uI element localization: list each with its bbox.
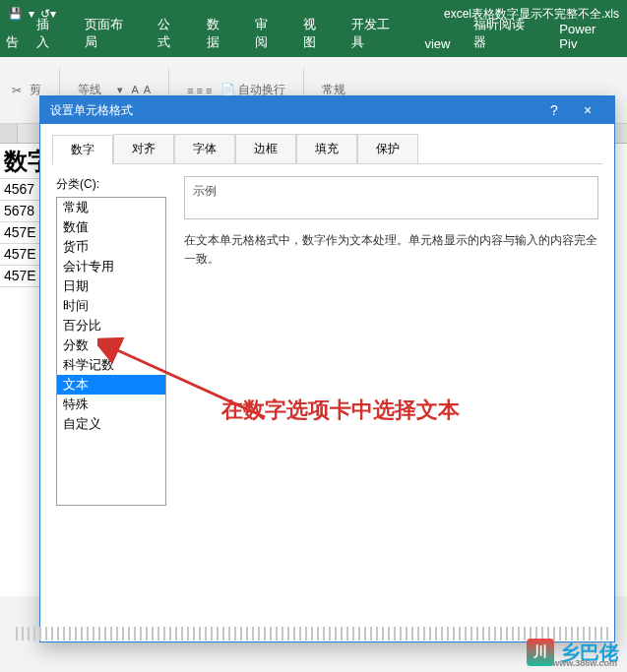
data-cell[interactable]: 457E (0, 244, 43, 266)
ribbon-tab-powerpivot[interactable]: Power Piv (547, 16, 627, 57)
data-cell[interactable]: 457E (0, 266, 43, 287)
category-percentage[interactable]: 百分比 (57, 316, 165, 336)
tab-border[interactable]: 边框 (235, 134, 296, 163)
tab-fill[interactable]: 填充 (296, 134, 357, 163)
category-list[interactable]: 常规 数值 货币 会计专用 日期 时间 百分比 分数 科学记数 文本 特殊 自定… (56, 197, 166, 506)
category-custom[interactable]: 自定义 (57, 414, 165, 434)
ribbon-tab-formula[interactable]: 公式 (146, 10, 194, 57)
dialog-title: 设置单元格格式 (50, 102, 133, 119)
sample-box: 示例 (184, 176, 598, 219)
ribbon-tab-view2[interactable]: view (412, 31, 462, 57)
align-icons[interactable]: ≡ ≡ ≡ (187, 85, 212, 96)
annotation-text: 在数字选项卡中选择文本 (221, 396, 460, 425)
tab-alignment[interactable]: 对齐 (113, 134, 174, 163)
data-cell[interactable]: 5678 (0, 201, 43, 222)
category-number[interactable]: 数值 (57, 217, 165, 237)
data-cell[interactable]: 457E (0, 222, 43, 244)
ribbon-tab-view[interactable]: 视图 (291, 10, 340, 57)
tab-font[interactable]: 字体 (174, 134, 235, 163)
dialog-title-bar[interactable]: 设置单元格格式 ? × (40, 96, 614, 124)
category-scientific[interactable]: 科学记数 (57, 355, 165, 375)
clipboard-group: ✂ 剪 (12, 82, 41, 98)
ribbon-tab-foxit[interactable]: 福昕阅读器 (462, 10, 547, 57)
tab-protection[interactable]: 保护 (357, 134, 418, 163)
category-accounting[interactable]: 会计专用 (57, 257, 165, 276)
cut-icon[interactable]: ✂ (12, 84, 22, 97)
ribbon-tab-insert[interactable]: 插入 (25, 10, 73, 57)
dialog-tabs: 数字 对齐 字体 边框 填充 保护 (40, 124, 614, 163)
watermark-logo-icon: 川 (527, 639, 554, 666)
ribbon-tabs: 告 插入 页面布局 公式 数据 审阅 视图 开发工具 view 福昕阅读器 Po… (0, 28, 627, 57)
category-date[interactable]: 日期 (57, 276, 165, 296)
ribbon-tab-data[interactable]: 数据 (195, 10, 243, 57)
ribbon-tab-layout[interactable]: 页面布局 (73, 10, 146, 57)
ribbon-tab-review[interactable]: 审阅 (243, 10, 291, 57)
ribbon-tab-dev[interactable]: 开发工具 (340, 10, 412, 57)
category-fraction[interactable]: 分数 (57, 336, 165, 355)
category-text[interactable]: 文本 (57, 375, 165, 395)
close-button[interactable]: × (571, 102, 604, 118)
sample-label: 示例 (193, 184, 217, 198)
category-time[interactable]: 时间 (57, 296, 165, 316)
tab-number[interactable]: 数字 (52, 135, 113, 164)
format-cells-dialog: 设置单元格格式 ? × 数字 对齐 字体 边框 填充 保护 分类(C): 常规 … (39, 95, 615, 642)
ribbon-tab-home[interactable]: 告 (0, 28, 25, 57)
dialog-body: 分类(C): 常规 数值 货币 会计专用 日期 时间 百分比 分数 科学记数 文… (40, 164, 614, 518)
category-general[interactable]: 常规 (57, 198, 165, 217)
right-pane: 示例 在文本单元格格式中，数字作为文本处理。单元格显示的内容与输入的内容完全一致… (184, 176, 598, 506)
category-special[interactable]: 特殊 (57, 395, 165, 414)
category-currency[interactable]: 货币 (57, 237, 165, 257)
sheet-tab-area[interactable] (16, 627, 611, 641)
data-cell[interactable]: 4567 (0, 179, 43, 201)
category-label: 分类(C): (56, 176, 166, 193)
format-description: 在文本单元格格式中，数字作为文本处理。单元格显示的内容与输入的内容完全一致。 (184, 231, 598, 269)
watermark: 川 乡巴佬 www.386w.com (527, 639, 619, 666)
watermark-url: www.386w.com (552, 658, 617, 668)
save-icon[interactable]: 💾 (8, 7, 23, 21)
help-button[interactable]: ? (537, 102, 571, 118)
select-all-corner[interactable] (0, 124, 18, 143)
header-cell[interactable]: 数字 (0, 144, 43, 179)
